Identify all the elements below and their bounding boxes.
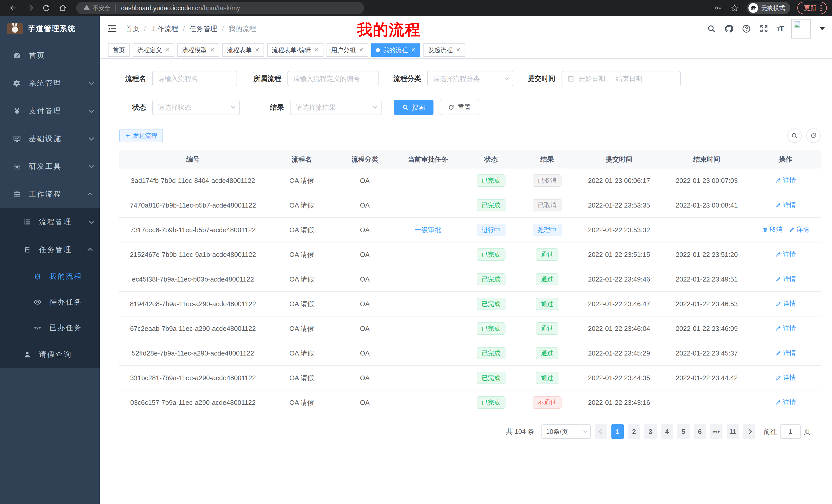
breadcrumb-item-3[interactable]: 任务管理 (189, 24, 217, 33)
sidebar-item-12[interactable]: 请假查询 (0, 341, 100, 368)
page-ellipsis[interactable]: ••• (710, 424, 723, 439)
show-search-button[interactable] (787, 129, 802, 143)
column-header-2: 流程名 (267, 155, 337, 164)
sidebar-item-7[interactable]: 流程管理 (0, 208, 100, 236)
close-icon[interactable]: ✕ (314, 47, 318, 53)
close-icon[interactable]: ✕ (456, 47, 461, 53)
detail-link[interactable]: 详情 (775, 299, 796, 308)
address-bar[interactable]: 不安全 dashboard.yudao.iocoder.cn/bpm/task/… (76, 2, 364, 14)
detail-link[interactable]: 详情 (775, 201, 796, 209)
detail-link[interactable]: 详情 (775, 275, 796, 283)
sidebar-item-10[interactable]: 待办任务 (0, 289, 100, 315)
column-header-9: 操作 (751, 155, 821, 164)
page-button-6[interactable]: 6 (694, 424, 706, 439)
update-button[interactable]: 更新 (797, 2, 827, 14)
detail-link[interactable]: 详情 (775, 250, 796, 258)
header-search-icon[interactable] (706, 24, 716, 34)
status-badge: 已完成 (477, 347, 505, 359)
sidebar-item-3[interactable]: ¥支付管理 (0, 97, 100, 125)
reload-icon[interactable] (42, 3, 51, 12)
goto-page-input[interactable]: 1 (780, 424, 801, 439)
page-button-2[interactable]: 2 (628, 424, 640, 439)
github-icon[interactable] (724, 24, 734, 34)
app-logo-row[interactable]: 芋道管理系统 (0, 16, 100, 41)
detail-link[interactable]: 详情 (775, 398, 796, 407)
page-button-5[interactable]: 5 (677, 424, 690, 439)
create-process-button[interactable]: 发起流程 (119, 129, 163, 142)
close-icon[interactable]: ✕ (255, 47, 259, 53)
calendar-icon (567, 75, 574, 82)
refresh-button[interactable] (806, 129, 821, 143)
cell-id: 03c6c157-7b9a-11ec-a290-acde48001122 (119, 399, 267, 407)
sidebar-item-1[interactable]: 首页 (0, 41, 100, 69)
status-select[interactable]: 请选择状态 (152, 100, 240, 115)
detail-link[interactable]: 详情 (789, 225, 809, 234)
close-icon[interactable]: ✕ (165, 47, 170, 53)
page-button-11[interactable]: 11 (727, 424, 739, 439)
reset-button[interactable]: 重置 (440, 100, 479, 115)
tag-tab-6[interactable]: 用户分组✕ (327, 44, 368, 57)
page-button-3[interactable]: 3 (644, 424, 657, 439)
column-header-1: 编号 (119, 155, 267, 164)
avatar-caret-icon[interactable] (820, 27, 825, 30)
tag-tabs-bar: 首页流程定义✕流程模型✕流程表单✕流程表单-编辑✕用户分组✕我的流程✕发起流程✕ (100, 42, 832, 59)
tag-tab-7[interactable]: 我的流程✕ (371, 44, 420, 57)
close-icon[interactable]: ✕ (411, 47, 415, 53)
bookmark-star-icon[interactable] (730, 3, 739, 12)
sidebar-item-2[interactable]: 系统管理 (0, 69, 100, 97)
page-size-select[interactable]: 10条/页 (542, 424, 591, 439)
close-icon[interactable]: ✕ (210, 47, 214, 53)
fontsize-icon[interactable]: TT (777, 24, 784, 33)
back-icon[interactable] (9, 3, 18, 12)
process-name-input[interactable]: 请输入流程名 (152, 71, 237, 86)
prev-page-button[interactable] (595, 424, 607, 439)
tag-tab-3[interactable]: 流程模型✕ (177, 44, 219, 57)
detail-link[interactable]: 详情 (775, 324, 796, 332)
tag-tab-8[interactable]: 发起流程✕ (423, 44, 465, 57)
page-suffix: 页 (804, 427, 810, 436)
browser-menu-icon[interactable] (821, 5, 822, 11)
detail-link[interactable]: 详情 (775, 176, 796, 185)
help-icon[interactable] (742, 24, 751, 34)
cell-actions: 详情 (751, 299, 821, 309)
screen: 不安全 dashboard.yudao.iocoder.cn/bpm/task/… (0, 0, 832, 504)
detail-link[interactable]: 详情 (775, 373, 796, 382)
home-icon[interactable] (58, 3, 67, 12)
chevron-down-icon (583, 429, 588, 433)
sidebar-item-11[interactable]: 已办任务 (0, 315, 100, 341)
sidebar-item-9[interactable]: 我的流程 (0, 263, 100, 289)
cancel-link[interactable]: 取消 (762, 225, 783, 234)
key-icon[interactable] (713, 3, 723, 12)
breadcrumb-item-2[interactable]: 工作流程 (151, 24, 178, 33)
result-label: 结果 (253, 103, 284, 112)
close-icon[interactable]: ✕ (359, 47, 364, 53)
category-select[interactable]: 请选择流程分类 (427, 71, 513, 86)
table-row-1: 3ad174fb-7b9d-11ec-8404-acde48001122OA 请… (119, 169, 821, 193)
page-button-4[interactable]: 4 (661, 424, 673, 439)
sidebar-item-8[interactable]: 任务管理 (0, 236, 100, 263)
sidebar-item-6[interactable]: 工作流程 (0, 180, 100, 208)
fullscreen-icon[interactable] (759, 24, 769, 34)
result-select[interactable]: 请选择流结果 (290, 100, 382, 115)
cell-process-name: OA 请假 (267, 349, 337, 358)
sidebar-collapse-icon[interactable] (107, 24, 117, 34)
tab-label: 我的流程 (383, 46, 408, 54)
owner-process-input[interactable]: 请输入流程定义的编号 (287, 71, 379, 86)
tag-tab-4[interactable]: 流程表单✕ (223, 44, 264, 57)
warning-icon[interactable] (83, 4, 90, 12)
sidebar-item-4[interactable]: 基础设施 (0, 125, 100, 152)
tag-tab-2[interactable]: 流程定义✕ (133, 44, 174, 57)
next-page-button[interactable] (743, 424, 755, 439)
page-button-1[interactable]: 1 (612, 424, 624, 439)
yen-icon: ¥ (12, 106, 22, 116)
avatar[interactable] (791, 19, 811, 38)
search-button[interactable]: 搜索 (394, 100, 434, 115)
detail-link[interactable]: 详情 (775, 348, 796, 357)
forward-icon[interactable] (25, 3, 34, 12)
submit-time-range[interactable]: 开始日期 - 结束日期 (562, 71, 681, 86)
tag-tab-1[interactable]: 首页 (108, 44, 130, 57)
task-link[interactable]: 一级审批 (414, 226, 441, 234)
tag-tab-5[interactable]: 流程表单-编辑✕ (267, 44, 323, 57)
sidebar-item-5[interactable]: 研发工具 (0, 152, 100, 180)
breadcrumb-item-1[interactable]: 首页 (126, 24, 139, 33)
